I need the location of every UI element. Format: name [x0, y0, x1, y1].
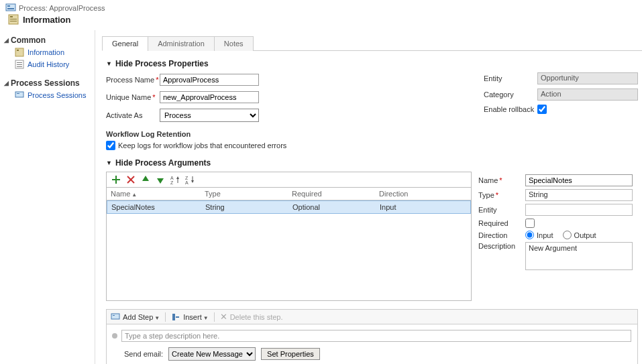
col-header-direction[interactable]: Direction [375, 188, 471, 200]
value-arg-entity [525, 204, 633, 216]
tab-label: General [112, 40, 138, 48]
input-process-name[interactable] [160, 74, 259, 86]
info-page-icon [15, 48, 24, 57]
sidebar-group-label: Process Sessions [11, 78, 80, 88]
value-category: Action [537, 88, 638, 101]
svg-rect-32 [176, 316, 179, 318]
label-arg-description: Description [478, 242, 525, 250]
sidebar-item-process-sessions[interactable]: Process Sessions [0, 89, 95, 101]
set-properties-button[interactable]: Set Properties [261, 348, 320, 360]
svg-rect-8 [17, 50, 19, 51]
input-unique-name[interactable] [160, 91, 259, 103]
sidebar-item-information[interactable]: Information [0, 46, 95, 58]
radio-direction-output[interactable] [563, 231, 572, 239]
svg-rect-5 [10, 19, 17, 19]
sidebar-item-audit-history[interactable]: Audit History [0, 58, 95, 70]
section-title: Hide Process Arguments [115, 158, 211, 168]
sidebar-group-process-sessions[interactable]: ◢ Process Sessions [0, 77, 95, 89]
tab-administration[interactable]: Administration [148, 36, 215, 51]
label-direction-output: Output [574, 231, 596, 239]
select-activate-as[interactable]: Process [160, 109, 259, 122]
steps-panel: Add Step▼ Insert▼ ✕ Delete this step. Se… [106, 309, 638, 364]
tab-general[interactable]: General [102, 36, 148, 51]
add-step-icon [111, 312, 120, 322]
tab-label: Notes [224, 40, 244, 48]
label-category: Category [484, 90, 537, 99]
steps-toolbar: Add Step▼ Insert▼ ✕ Delete this step. [107, 310, 637, 324]
delete-icon[interactable] [125, 174, 136, 185]
caret-icon: ◢ [4, 80, 9, 86]
arguments-grid: Name▲ Type Required Direction SpecialNot… [106, 187, 472, 301]
svg-rect-27 [193, 176, 193, 180]
label-entity: Entity [484, 74, 537, 82]
svg-rect-0 [6, 4, 15, 11]
insert-button[interactable]: Insert▼ [183, 313, 208, 321]
section-title: Hide Process Properties [115, 59, 209, 68]
svg-rect-31 [172, 314, 175, 320]
svg-rect-7 [15, 48, 23, 56]
col-header-name[interactable]: Name▲ [107, 188, 201, 200]
svg-marker-28 [191, 180, 194, 183]
svg-rect-6 [10, 21, 17, 21]
arguments-toolbar: AZ ZA [106, 172, 472, 187]
checkbox-enable-rollback[interactable] [537, 105, 547, 114]
sidebar: ◢ Common Information Audit History ◢ Pro… [0, 30, 95, 364]
sidebar-group-common[interactable]: ◢ Common [0, 34, 95, 46]
argument-row[interactable]: SpecialNotes String Optional Input [107, 200, 471, 214]
tab-label: Administration [158, 40, 205, 48]
label-process-name: Process Name* [106, 76, 160, 84]
separator [165, 312, 166, 322]
label-direction-input: Input [537, 231, 553, 239]
sort-asc-icon[interactable]: AZ [170, 174, 180, 185]
sort-desc-icon[interactable]: ZA [184, 174, 195, 185]
input-arg-name[interactable] [525, 174, 633, 186]
move-down-icon[interactable] [155, 174, 166, 185]
radio-direction-input[interactable] [525, 231, 534, 239]
page-header: Process: ApprovalProcess Information [0, 0, 642, 30]
label-arg-required: Required [478, 219, 525, 227]
argument-details-form: Name* Type* String Entity Required Direc… [478, 172, 638, 301]
svg-rect-11 [17, 64, 22, 65]
add-step-button[interactable]: Add Step▼ [123, 313, 160, 321]
sidebar-item-label: Audit History [28, 60, 69, 68]
svg-text:A: A [170, 176, 174, 180]
svg-rect-14 [17, 93, 19, 94]
svg-rect-24 [178, 179, 178, 183]
svg-rect-10 [17, 62, 22, 63]
main-content: General Administration Notes ▼ Hide Proc… [95, 30, 642, 364]
col-header-required[interactable]: Required [288, 188, 375, 200]
sessions-icon [15, 90, 24, 100]
sidebar-item-label: Information [28, 48, 64, 56]
process-pretitle: Process: ApprovalProcess [19, 4, 105, 12]
textarea-arg-description[interactable]: New Argument [525, 242, 633, 270]
svg-rect-16 [112, 179, 120, 180]
tab-notes[interactable]: Notes [214, 36, 254, 51]
move-up-icon[interactable] [140, 174, 151, 185]
svg-text:Z: Z [185, 176, 189, 180]
step-bullet-icon [112, 333, 117, 339]
label-keep-logs: Keep logs for workflow jobs that encount… [118, 141, 286, 149]
svg-rect-13 [15, 92, 23, 97]
insert-icon [171, 312, 180, 322]
label-arg-type: Type* [478, 191, 525, 199]
checkbox-keep-logs[interactable] [106, 141, 115, 150]
select-send-email[interactable]: Create New Message [168, 347, 256, 361]
collapse-icon: ▼ [106, 160, 112, 166]
section-toggle-arguments[interactable]: ▼ Hide Process Arguments [106, 158, 638, 168]
label-arg-name: Name* [478, 176, 525, 184]
svg-rect-30 [113, 315, 115, 316]
caret-icon: ◢ [4, 37, 9, 44]
cell-direction: Input [376, 201, 470, 213]
section-toggle-properties[interactable]: ▼ Hide Process Properties [106, 59, 638, 68]
checkbox-arg-required[interactable] [525, 219, 535, 228]
cell-required: Optional [288, 201, 376, 213]
cell-type: String [201, 201, 288, 213]
add-icon[interactable] [111, 174, 121, 185]
col-header-type[interactable]: Type [201, 188, 288, 200]
audit-icon [15, 60, 24, 69]
delete-step-button[interactable]: Delete this step. [230, 313, 283, 321]
input-step-description[interactable] [121, 330, 631, 342]
info-icon [8, 14, 19, 25]
cell-name: SpecialNotes [107, 201, 201, 213]
svg-rect-4 [10, 16, 13, 17]
